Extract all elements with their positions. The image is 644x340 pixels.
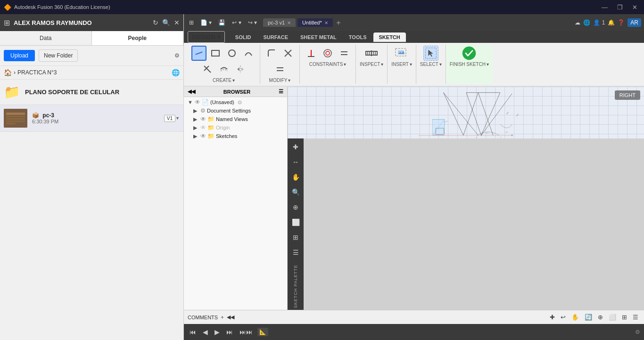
apps-button[interactable]: ⊞ — [187, 18, 196, 27]
version-badge[interactable]: V1 — [164, 115, 175, 122]
folder-header[interactable]: 📁 PLANO SOPORTE DE CELULAR — [0, 80, 183, 105]
new-tab-button[interactable]: ＋ — [335, 18, 342, 28]
insert-image-icon[interactable] — [394, 46, 409, 61]
expand-sketches[interactable]: ▶ — [193, 133, 199, 139]
select-label[interactable]: SELECT ▾ — [420, 62, 442, 67]
cloud-icon[interactable]: ☁ — [575, 19, 580, 26]
timeline-start[interactable]: ⏮ — [188, 327, 198, 337]
trim-modify-icon[interactable] — [281, 46, 296, 61]
timeline-play[interactable]: ▶ — [213, 327, 222, 337]
palette-btn-zoom2[interactable]: ⊕ — [289, 201, 302, 214]
modify-label[interactable]: MODIFY ▾ — [269, 78, 291, 83]
palette-btn-3[interactable]: ✋ — [289, 170, 302, 184]
trim-icon[interactable] — [200, 62, 215, 77]
palette-btn-zoom[interactable]: 🔍 — [289, 186, 302, 199]
file-button[interactable]: 📄 ▾ — [198, 18, 214, 27]
close-untitled-icon[interactable]: ✕ — [324, 20, 328, 25]
close-button[interactable]: ✕ — [629, 3, 640, 12]
save-state-icon[interactable]: ⊙ — [238, 99, 242, 105]
maximize-button[interactable]: ❐ — [614, 3, 626, 12]
add-comment-button[interactable]: ＋ — [220, 314, 225, 321]
chevron-down-icon[interactable]: ▼ — [175, 116, 180, 121]
home-icon[interactable]: 🏠 — [4, 69, 12, 76]
fillet-icon[interactable] — [264, 46, 279, 61]
concentric-icon[interactable] — [320, 46, 335, 61]
minimize-button[interactable]: — — [599, 3, 611, 12]
arc-icon[interactable] — [241, 46, 256, 61]
eye-icon[interactable]: 👁 — [195, 99, 200, 105]
offset-icon[interactable] — [216, 62, 231, 77]
refresh-icon[interactable]: ↻ — [153, 19, 158, 26]
line-icon[interactable] — [191, 46, 206, 61]
breadcrumb-text[interactable]: PRACTICA N°3 — [17, 69, 57, 76]
redo-button[interactable]: ↪ ▾ — [246, 18, 259, 27]
browser-collapse-icon[interactable]: ◀◀ — [188, 89, 195, 95]
palette-btn-1[interactable]: ✚ — [289, 140, 302, 154]
tree-item-doc-settings[interactable]: ▶ ⚙ Document Settings — [184, 106, 287, 115]
design-button[interactable]: DESIGN ▾ — [188, 31, 225, 43]
tab-solid[interactable]: SOLID — [230, 32, 257, 42]
palette-btn-6[interactable]: ☰ — [289, 246, 302, 259]
expand-origin[interactable]: ▶ — [193, 125, 199, 131]
tab-tools[interactable]: TOOLS — [343, 32, 372, 42]
create-label[interactable]: CREATE ▾ — [213, 78, 235, 83]
palette-btn-grid[interactable]: ⊞ — [289, 231, 302, 244]
tab-people[interactable]: People — [92, 31, 184, 45]
tab-surface[interactable]: SURFACE — [257, 32, 294, 42]
tree-item-unsaved[interactable]: ▼ 👁 📄 (Unsaved) ⊙ — [184, 98, 287, 106]
tree-item-sketches[interactable]: ▶ 👁 📁 Sketches — [184, 132, 287, 140]
expand-named-views[interactable]: ▶ — [193, 116, 199, 122]
finish-sketch-icon[interactable] — [462, 46, 477, 61]
timeline-sketch-icon[interactable]: 📐 — [257, 328, 268, 336]
eye-sketches-icon[interactable]: 👁 — [200, 133, 206, 139]
comments-collapse[interactable]: ◀◀ — [227, 314, 234, 320]
eye-origin-icon[interactable]: 👁 — [200, 124, 206, 131]
orbit-icon[interactable]: 🔄 — [583, 313, 594, 322]
circle-icon[interactable] — [224, 46, 239, 61]
grid-icon-bottom[interactable]: ⊞ — [620, 313, 629, 322]
globe-icon[interactable]: 🌐 — [172, 69, 180, 76]
tree-item-named-views[interactable]: ▶ 👁 📁 Named Views — [184, 115, 287, 123]
timeline-prev[interactable]: ◀ — [201, 327, 210, 337]
new-folder-button[interactable]: New Folder — [39, 49, 78, 62]
save-button[interactable]: 💾 — [216, 18, 228, 27]
tab-sketch[interactable]: SKETCH — [373, 32, 406, 42]
eye-views-icon[interactable]: 👁 — [200, 116, 206, 122]
select-bottom-icon[interactable]: ↩ — [559, 313, 568, 322]
palette-btn-2[interactable]: ↔ — [289, 155, 302, 169]
close-tab-icon[interactable]: ✕ — [287, 20, 291, 25]
finish-sketch-label[interactable]: FINISH SKETCH ▾ — [450, 62, 489, 67]
constraints-label[interactable]: CONSTRAINTS ▾ — [309, 62, 347, 67]
list-item[interactable]: 📦 pc-3 6:30:39 PM V1 ▼ — [0, 105, 183, 132]
bell-icon[interactable]: 🔔 — [608, 19, 615, 26]
equal-constraint-icon[interactable] — [337, 46, 352, 61]
zoom-fit-icon[interactable]: ⊕ — [596, 313, 605, 322]
tab-untitled[interactable]: Untitled* ✕ — [297, 18, 333, 27]
user-icon[interactable]: 👤 1 — [593, 19, 605, 26]
help-icon[interactable]: ❓ — [618, 19, 625, 26]
tree-item-origin[interactable]: ▶ 👁 📁 Origin — [184, 123, 287, 132]
inspect-label[interactable]: INSPECT ▾ — [360, 62, 383, 67]
rectangle-icon[interactable] — [208, 46, 223, 61]
pan-icon[interactable]: ✋ — [570, 313, 581, 322]
move-icon[interactable]: ✚ — [548, 313, 557, 322]
timeline-next[interactable]: ⏭ — [224, 327, 235, 337]
expand-doc-settings[interactable]: ▶ — [193, 108, 199, 114]
close-left-icon[interactable]: ✕ — [174, 19, 180, 26]
timeline-settings[interactable]: ⚙ — [635, 329, 640, 335]
search-icon[interactable]: 🔍 — [162, 19, 170, 26]
perpendicular-icon[interactable] — [304, 46, 319, 61]
tab-sheet-metal[interactable]: SHEET METAL — [295, 32, 342, 42]
measure-icon[interactable] — [364, 46, 379, 61]
display-settings-icon[interactable]: ☰ — [631, 313, 640, 322]
tab-data[interactable]: Data — [0, 31, 92, 45]
browser-menu-icon[interactable]: ☰ — [279, 89, 283, 95]
tab-pc3[interactable]: pc-3 v1 ✕ — [263, 18, 296, 27]
view-cube-icon[interactable]: ⬜ — [607, 313, 618, 322]
undo-button[interactable]: ↩ ▾ — [230, 18, 243, 27]
avatar[interactable]: AR — [627, 18, 641, 27]
select-icon[interactable] — [423, 46, 438, 61]
titlebar-controls[interactable]: — ❐ ✕ — [599, 3, 640, 12]
viewport[interactable]: 90.00 90.00 50 25 63.4° 116.6° — [288, 87, 644, 138]
settings-icon[interactable]: ⚙ — [174, 52, 180, 59]
